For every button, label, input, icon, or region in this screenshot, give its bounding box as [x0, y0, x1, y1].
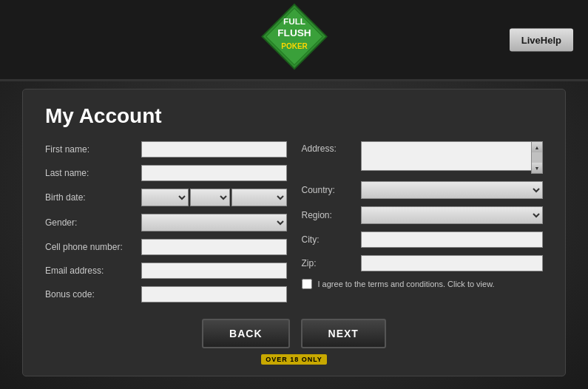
gender-label: Gender:: [45, 217, 141, 228]
zip-row: Zip:: [302, 255, 544, 271]
first-name-label: First name:: [45, 144, 141, 155]
birthdate-selects: JanFebMar 123 19901991: [141, 189, 287, 206]
country-select[interactable]: United States Canada United Kingdom: [361, 181, 544, 199]
header: FULL FLUSH POKER LiveHelp: [0, 0, 588, 81]
cell-phone-row: Cell phone number:: [45, 239, 287, 255]
svg-text:FULL: FULL: [283, 16, 305, 27]
cell-phone-label: Cell phone number:: [45, 242, 141, 252]
birth-day-select[interactable]: 123: [190, 189, 230, 206]
logo: FULL FLUSH POKER: [257, 3, 331, 77]
form-layout: First name: Last name: Birth date: JanFe…: [45, 141, 543, 310]
city-label: City:: [302, 234, 361, 245]
email-input[interactable]: [141, 263, 287, 279]
bonus-code-row: Bonus code:: [45, 286, 287, 302]
page-title: My Account: [45, 104, 543, 128]
birth-month-select[interactable]: JanFebMar: [141, 189, 189, 206]
country-label: Country:: [302, 185, 361, 195]
gender-row: Gender: Male Female: [45, 214, 287, 231]
country-row: Country: United States Canada United Kin…: [302, 181, 544, 199]
svg-text:POKER: POKER: [281, 41, 308, 50]
bonus-code-input[interactable]: [141, 286, 287, 302]
first-name-row: First name:: [45, 141, 287, 158]
scroll-down-button[interactable]: ▼: [532, 163, 542, 173]
city-input[interactable]: [361, 231, 544, 248]
next-button[interactable]: NEXT: [301, 319, 386, 348]
birth-date-label: Birth date:: [45, 192, 141, 203]
terms-row: I agree to the terms and conditions. Cli…: [302, 279, 544, 289]
last-name-row: Last name:: [45, 165, 287, 181]
last-name-input[interactable]: [141, 165, 287, 181]
email-label: Email address:: [45, 265, 141, 276]
bonus-code-label: Bonus code:: [45, 289, 141, 300]
buttons-row: BACK NEXT: [45, 319, 543, 348]
birth-year-select[interactable]: 19901991: [232, 189, 287, 206]
address-label: Address:: [302, 141, 361, 154]
last-name-label: Last name:: [45, 168, 141, 178]
terms-checkbox[interactable]: [302, 279, 312, 289]
zip-label: Zip:: [302, 258, 361, 268]
region-row: Region: California New York: [302, 206, 544, 224]
email-row: Email address:: [45, 263, 287, 279]
address-row: Address: ▲ ▼: [302, 141, 544, 174]
main-content: My Account First name: Last name: Birth …: [22, 89, 566, 376]
form-left: First name: Last name: Birth date: JanFe…: [45, 141, 287, 310]
terms-text: I agree to the terms and conditions. Cli…: [318, 280, 495, 288]
cell-phone-input[interactable]: [141, 239, 287, 255]
region-label: Region:: [302, 210, 361, 220]
gender-select[interactable]: Male Female: [141, 214, 287, 231]
region-select[interactable]: California New York: [361, 206, 544, 224]
age-badge: OVER 18 ONLY: [45, 354, 543, 365]
header-inner: FULL FLUSH POKER LiveHelp: [0, 3, 588, 77]
svg-text:FLUSH: FLUSH: [277, 27, 311, 38]
form-right: Address: ▲ ▼ Country: United States Cana…: [302, 141, 544, 310]
address-scrollbar: ▲ ▼: [531, 141, 543, 174]
zip-input[interactable]: [361, 255, 544, 271]
first-name-input[interactable]: [141, 141, 287, 158]
address-textarea[interactable]: [361, 141, 544, 171]
birth-date-row: Birth date: JanFebMar 123 19901991: [45, 189, 287, 206]
age-badge-text: OVER 18 ONLY: [261, 354, 327, 365]
scroll-up-button[interactable]: ▲: [532, 142, 542, 152]
back-button[interactable]: BACK: [202, 319, 289, 348]
address-wrapper: ▲ ▼: [361, 141, 544, 174]
live-help-button[interactable]: LiveHelp: [510, 28, 573, 51]
city-row: City:: [302, 231, 544, 248]
